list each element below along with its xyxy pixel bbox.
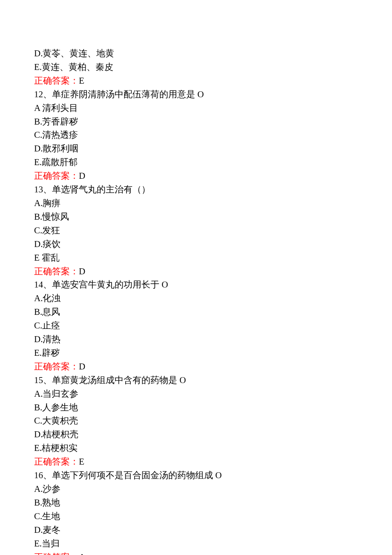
q15-answer: 正确答案：E	[34, 455, 358, 469]
document-page: D.黄苓、黄连、地黄 E.黄连、黄柏、秦皮 正确答案：E 12、单症养阴清肺汤中…	[0, 0, 392, 555]
q16-option-e: E.当归	[34, 537, 358, 551]
answer-value: E	[79, 456, 84, 467]
q13-option-e: E 霍乱	[34, 251, 358, 265]
answer-label: 正确答案：	[34, 456, 79, 467]
q13-answer: 正确答案：D	[34, 265, 358, 279]
q11-option-e: E.黄连、黄柏、秦皮	[34, 61, 358, 74]
answer-value: D	[79, 361, 85, 372]
answer-value: D	[79, 266, 85, 276]
q13-option-b: B.慢惊风	[34, 210, 358, 224]
answer-label: 正确答案：	[34, 76, 79, 86]
answer-label: 正确答案：	[34, 266, 79, 276]
q14-answer: 正确答案：D	[34, 360, 358, 374]
answer-value: E	[79, 76, 84, 86]
q16-option-b: B.熟地	[34, 496, 358, 510]
answer-value: D	[79, 171, 85, 181]
q14-option-b: B.息风	[34, 305, 358, 319]
q16-answer: 正确答案：A	[34, 551, 358, 555]
answer-label: 正确答案：	[34, 171, 79, 181]
q16-option-a: A.沙参	[34, 482, 358, 496]
q13-option-c: C.发狂	[34, 224, 358, 238]
q14-option-d: D.清热	[34, 333, 358, 346]
q12-option-e: E.疏散肝郁	[34, 156, 358, 169]
q15-option-a: A.当归玄参	[34, 387, 358, 401]
q12-stem: 12、单症养阴清肺汤中配伍薄荷的用意是 O	[34, 88, 358, 102]
q14-stem: 14、单选安宫牛黄丸的功用长于 O	[34, 278, 358, 292]
answer-label: 正确答案：	[34, 361, 79, 372]
q16-option-d: D.麦冬	[34, 523, 358, 537]
q15-option-d: D.桔梗枳壳	[34, 428, 358, 442]
q14-option-e: E.辟秽	[34, 346, 358, 360]
q14-option-c: C.止痉	[34, 319, 358, 333]
q15-stem: 15、单窟黄龙汤组成中含有的药物是 O	[34, 374, 358, 387]
q15-option-b: B.人参生地	[34, 401, 358, 415]
q12-option-a: A 清利头目	[34, 102, 358, 115]
q15-option-e: E.桔梗枳实	[34, 442, 358, 455]
q16-stem: 16、单选下列何项不是百合固金汤的药物组成 O	[34, 469, 358, 482]
q11-option-d: D.黄苓、黄连、地黄	[34, 47, 358, 61]
q12-option-b: B.芳香辟秽	[34, 115, 358, 129]
q12-answer: 正确答案：D	[34, 169, 358, 183]
q16-option-c: C.生地	[34, 510, 358, 523]
q14-option-a: A.化浊	[34, 292, 358, 305]
q13-stem: 13、单选肾气丸的主治有（）	[34, 183, 358, 197]
q12-option-d: D.散邪利咽	[34, 142, 358, 156]
q15-option-c: C.大黄枳壳	[34, 414, 358, 428]
q12-option-c: C.清热透疹	[34, 128, 358, 142]
q13-option-d: D.痰饮	[34, 238, 358, 251]
answer-value: A	[79, 552, 85, 555]
q11-answer: 正确答案：E	[34, 74, 358, 88]
q13-option-a: A.胸痹	[34, 197, 358, 210]
answer-label: 正确答案：	[34, 552, 79, 555]
